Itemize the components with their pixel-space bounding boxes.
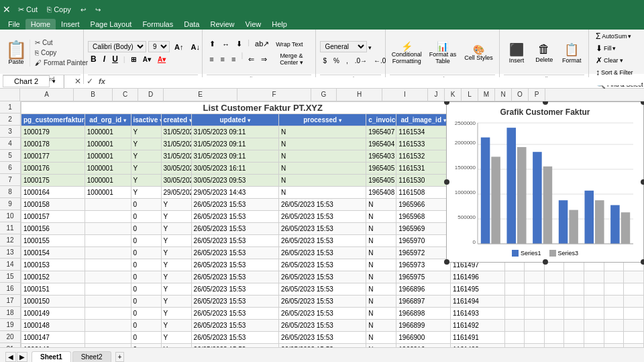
header-cell-B[interactable]: ad_org_id ▾	[85, 114, 131, 126]
row-num-16[interactable]: 16	[0, 283, 20, 295]
col-header-P[interactable]: P	[529, 89, 545, 101]
cell-20-J[interactable]	[504, 332, 525, 344]
cell-21-C[interactable]: 0	[131, 344, 161, 348]
cell-19-A[interactable]: 1000148	[21, 320, 85, 332]
cell-11-F[interactable]: 26/05/2023 15:53	[278, 223, 366, 235]
cell-8-D[interactable]: 29/05/2023 14:43	[161, 187, 191, 199]
copy-btn[interactable]: ⎘ Copy	[33, 48, 90, 57]
cell-20-I[interactable]: 1161491	[450, 332, 504, 344]
cell-10-B[interactable]	[85, 211, 131, 223]
cell-8-A[interactable]: 1000164	[21, 187, 85, 199]
cell-15-A[interactable]: 1000152	[21, 271, 85, 283]
cell-19-L[interactable]	[544, 320, 564, 332]
format-table-btn[interactable]: 📊 Format as Table	[426, 41, 460, 65]
cell-21-G[interactable]: N	[366, 344, 396, 348]
cell-17-L[interactable]	[544, 296, 564, 308]
cell-14-D[interactable]: Y	[161, 259, 191, 271]
cell-8-G[interactable]: 1965408	[366, 187, 396, 199]
cell-18-C[interactable]: 0	[131, 308, 161, 320]
cell-9-E[interactable]: 26/05/2023 15:53	[191, 199, 278, 211]
tab-view[interactable]: View	[240, 19, 267, 30]
cell-21-L[interactable]	[544, 344, 564, 348]
cell-12-E[interactable]: 26/05/2023 15:53	[191, 235, 278, 247]
col-header-K[interactable]: K	[445, 89, 462, 101]
cell-20-G[interactable]: N	[366, 332, 396, 344]
header-cell-G[interactable]: c_invoice_id ▾	[366, 114, 396, 126]
cell-14-F[interactable]: 26/05/2023 15:53	[278, 259, 366, 271]
copy-button[interactable]: ⎘ Copy	[45, 5, 73, 14]
cell-19-P[interactable]	[624, 320, 644, 332]
cell-18-D[interactable]: Y	[161, 308, 191, 320]
cell-12-F[interactable]: 26/05/2023 15:53	[278, 235, 366, 247]
number-format-btn[interactable]: ▾	[368, 44, 372, 51]
row-num-8[interactable]: 8	[0, 186, 20, 198]
cell-9-C[interactable]: 0	[131, 199, 161, 211]
cell-19-K[interactable]	[525, 320, 545, 332]
merge-center-btn[interactable]: Merge & Center ▾	[271, 51, 311, 67]
cell-21-E[interactable]: 26/05/2023 15:53	[191, 344, 278, 348]
cell-3-H[interactable]: 1161534	[396, 126, 451, 138]
row-num-19[interactable]: 19	[0, 319, 20, 331]
cell-20-K[interactable]	[525, 332, 545, 344]
cell-8-E[interactable]: 29/05/2023 14:43	[191, 187, 278, 199]
border-btn[interactable]: ⊞	[128, 55, 139, 64]
row-num-11[interactable]: 11	[0, 222, 20, 234]
cell-20-P[interactable]	[624, 332, 644, 344]
cell-19-H[interactable]: 1966899	[396, 320, 451, 332]
cell-3-C[interactable]: Y	[131, 126, 161, 138]
cell-13-G[interactable]: N	[366, 247, 396, 259]
cell-10-F[interactable]: 26/05/2023 15:53	[278, 211, 366, 223]
clear-btn[interactable]: ✗ Clear ▾	[593, 55, 640, 66]
cut-button[interactable]: ✂ Cut	[16, 5, 40, 15]
col-header-O[interactable]: O	[512, 89, 529, 101]
cell-6-C[interactable]: Y	[131, 163, 161, 175]
format-painter-btn[interactable]: 🖌 Format Painter	[33, 58, 90, 67]
cell-16-E[interactable]: 26/05/2023 15:53	[191, 283, 278, 296]
align-right-btn[interactable]: ≡	[229, 51, 238, 67]
cell-7-B[interactable]: 1000001	[85, 175, 131, 187]
row-num-9[interactable]: 9	[0, 198, 20, 210]
cell-10-C[interactable]: 0	[131, 211, 161, 223]
decrease-indent-btn[interactable]: ⇐	[246, 51, 257, 67]
chart-container[interactable]: Grafik Customer Faktur 0 500000 1000000 …	[446, 101, 644, 263]
cell-20-D[interactable]: Y	[161, 332, 191, 344]
col-header-H[interactable]: H	[337, 89, 382, 101]
name-box[interactable]	[3, 75, 50, 87]
cell-17-A[interactable]: 1000150	[21, 296, 85, 308]
tab-data[interactable]: Data	[178, 19, 205, 30]
cell-21-P[interactable]	[624, 344, 644, 348]
row-num-15[interactable]: 15	[0, 271, 20, 283]
cell-12-A[interactable]: 1000155	[21, 235, 85, 247]
header-cell-E[interactable]: updated ▾	[191, 114, 278, 126]
cell-19-G[interactable]: N	[366, 320, 396, 332]
cell-20-O[interactable]	[604, 332, 624, 344]
cell-14-A[interactable]: 1000153	[21, 259, 85, 271]
cell-19-I[interactable]: 1161492	[450, 320, 504, 332]
cell-19-M[interactable]	[564, 320, 584, 332]
chart-handle-bm[interactable]	[543, 259, 548, 265]
cell-16-G[interactable]: N	[366, 283, 396, 296]
cell-10-G[interactable]: N	[366, 211, 396, 223]
cell-16-D[interactable]: Y	[161, 283, 191, 296]
cell-17-F[interactable]: 26/05/2023 15:53	[278, 296, 366, 308]
cell-4-C[interactable]: Y	[131, 138, 161, 150]
tab-review[interactable]: Review	[205, 19, 239, 30]
cell-4-G[interactable]: 1965404	[366, 138, 396, 150]
cell-8-B[interactable]: 1000001	[85, 187, 131, 199]
cell-20-N[interactable]	[584, 332, 604, 344]
cell-4-F[interactable]: N	[278, 138, 366, 150]
chart-handle-ml[interactable]	[444, 179, 449, 185]
cell-18-G[interactable]: N	[366, 308, 396, 320]
cell-5-A[interactable]: 1000177	[21, 150, 85, 163]
cell-5-E[interactable]: 31/05/2023 09:11	[191, 150, 278, 163]
cell-19-F[interactable]: 26/05/2023 15:53	[278, 320, 366, 332]
fill-btn[interactable]: ⬇ Fill ▾	[593, 43, 640, 54]
col-header-J[interactable]: J	[428, 89, 445, 101]
cell-21-O[interactable]	[604, 344, 624, 348]
cell-9-B[interactable]	[85, 199, 131, 211]
cell-17-O[interactable]	[604, 296, 624, 308]
cell-9-D[interactable]: Y	[161, 199, 191, 211]
cell-18-H[interactable]: 1966898	[396, 308, 451, 320]
cell-15-F[interactable]: 26/05/2023 15:53	[278, 271, 366, 283]
cell-18-M[interactable]	[564, 308, 584, 320]
